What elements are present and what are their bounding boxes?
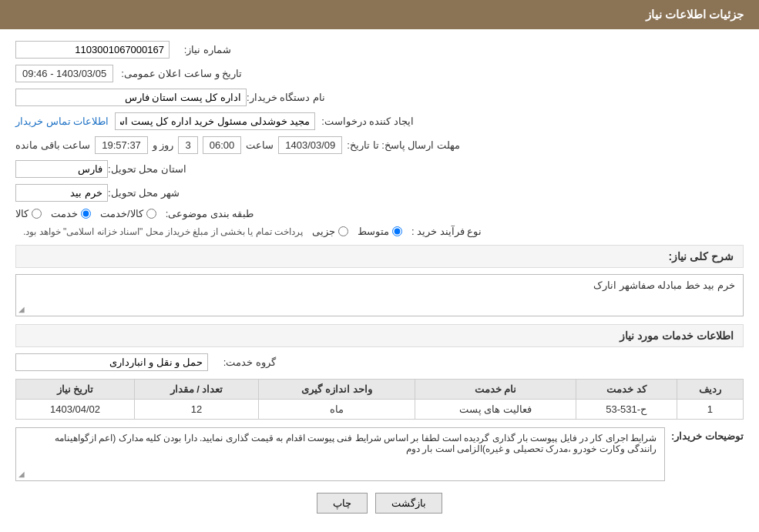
buyer-org-label: نام دستگاه خریدار:	[247, 92, 325, 103]
category-label: طبقه بندی موضوعی:	[166, 208, 254, 219]
category-kala-khidmat-label: کالا/خدمت	[100, 208, 143, 219]
need-number-input[interactable]	[15, 41, 170, 59]
need-description-text: خرم بید خط مبادله صفاشهر انارک	[593, 279, 735, 291]
buyer-notes-text: شرایط اجرای کار در فایل پیوست بار گذاری …	[55, 433, 657, 454]
contact-link[interactable]: اطلاعات تماس خریدار	[15, 115, 109, 127]
deadline-time-label: ساعت	[246, 139, 274, 151]
need-number-label: شماره نیاز:	[170, 44, 231, 55]
col-header-date: تاریخ نیاز	[16, 380, 135, 400]
deadline-remaining: 19:57:37	[95, 136, 148, 154]
deadline-label: مهلت ارسال پاسخ: تا تاریخ:	[347, 139, 460, 151]
category-kala-label: کالا	[15, 208, 29, 219]
col-header-unit: واحد اندازه گیری	[259, 380, 415, 400]
need-desc-section-title: شرح کلی نیاز:	[15, 245, 744, 268]
category-khidmat-label: خدمت	[51, 208, 78, 219]
page-title: جزئیات اطلاعات نیاز	[646, 8, 744, 21]
service-group-label: گروه خدمت:	[214, 356, 276, 368]
cell-name: فعالیت های پست	[415, 400, 576, 420]
process-label: نوع فرآیند خرید :	[411, 226, 482, 237]
resize-handle: ◢	[18, 305, 25, 313]
col-header-name: نام خدمت	[415, 380, 576, 400]
buyer-org-input[interactable]	[15, 89, 247, 106]
services-table: ردیف کد خدمت نام خدمت واحد اندازه گیری ت…	[15, 379, 744, 420]
creator-label: ایجاد کننده درخواست:	[321, 115, 414, 127]
resize-handle-notes: ◢	[18, 470, 25, 478]
province-input[interactable]	[15, 160, 108, 178]
table-row: 1 ح-531-53 فعالیت های پست ماه 12 1403/04…	[16, 400, 744, 420]
cell-code: ح-531-53	[576, 400, 677, 420]
deadline-days-label: روز و	[153, 139, 174, 151]
category-kala[interactable]: کالا	[15, 208, 42, 219]
announce-value: 1403/03/05 - 09:46	[15, 65, 113, 82]
col-header-qty: تعداد / مقدار	[135, 380, 259, 400]
cell-date: 1403/04/02	[16, 400, 135, 420]
process-note: پرداخت تمام یا بخشی از مبلغ خریداز محل "…	[23, 226, 303, 237]
category-kala-khidmat[interactable]: کالا/خدمت	[100, 208, 156, 219]
process-radio-jozi[interactable]	[338, 226, 348, 236]
page-header: جزئیات اطلاعات نیاز	[0, 0, 759, 29]
cell-unit: ماه	[259, 400, 415, 420]
category-radio-kala-khidmat[interactable]	[146, 209, 156, 219]
process-jozi-label: جزیی	[312, 226, 335, 237]
category-khidmat[interactable]: خدمت	[51, 208, 91, 219]
city-label: شهر محل تحویل:	[108, 187, 180, 199]
col-header-code: کد خدمت	[576, 380, 677, 400]
creator-input[interactable]	[115, 112, 315, 130]
deadline-time: 06:00	[203, 136, 242, 154]
service-group-input[interactable]	[15, 353, 208, 371]
deadline-days: 3	[178, 136, 197, 154]
services-section-title: اطلاعات خدمات مورد نیاز	[15, 324, 744, 347]
deadline-remaining-label: ساعت باقی مانده	[15, 139, 90, 151]
cell-rownum: 1	[677, 400, 743, 420]
col-header-rownum: ردیف	[677, 380, 743, 400]
buttons-row: بازگشت چاپ	[15, 493, 744, 525]
process-jozi[interactable]: جزیی	[312, 226, 348, 237]
announce-label: تاریخ و ساعت اعلان عمومی:	[121, 68, 242, 79]
deadline-date: 1403/03/09	[278, 136, 342, 154]
process-mutawaset-label: متوسط	[358, 226, 389, 237]
category-radio-khidmat[interactable]	[81, 209, 91, 219]
category-radio-kala[interactable]	[32, 209, 42, 219]
buyer-notes-box: شرایط اجرای کار در فایل پیوست بار گذاری …	[15, 427, 665, 481]
process-radio-mutawaset[interactable]	[392, 226, 402, 236]
process-mutawaset[interactable]: متوسط	[358, 226, 402, 237]
need-description-box: خرم بید خط مبادله صفاشهر انارک ◢	[15, 274, 744, 316]
buyer-notes-label: توضیحات خریدار:	[671, 427, 744, 442]
buyer-notes-section: توضیحات خریدار: شرایط اجرای کار در فایل …	[15, 427, 744, 481]
print-button[interactable]: چاپ	[317, 493, 368, 514]
cell-qty: 12	[135, 400, 259, 420]
back-button[interactable]: بازگشت	[375, 493, 442, 514]
province-label: استان محل تحویل:	[108, 163, 186, 175]
city-input[interactable]	[15, 184, 108, 202]
